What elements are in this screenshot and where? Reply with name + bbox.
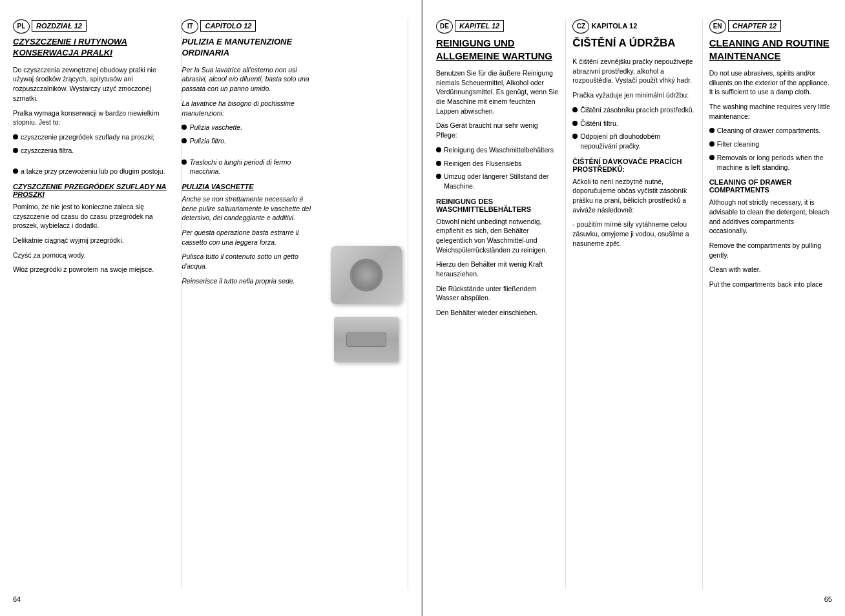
subsection-body-it-0: Anche se non strettamente necessario é b…: [182, 194, 318, 223]
lang-de: DE: [436, 19, 453, 34]
column-en: EN CHAPTER 12 CLEANING AND ROUTINE MAINT…: [703, 19, 832, 589]
subsection-body-pl-2: Czyść za pomocą wody.: [13, 251, 174, 260]
bullet-dot: [13, 148, 18, 153]
bullet-dot: [182, 138, 187, 143]
body-pl-1: Pralka wymaga konserwacji w bardzo niewi…: [13, 108, 174, 127]
chapter-de: KAPITEL 12: [455, 20, 504, 32]
chapter-pl: ROZDZIAŁ 12: [32, 20, 87, 32]
page-number-right: 65: [436, 589, 832, 603]
section-title-de: REINIGUNG UND ALLGEMEINE WARTUNG: [436, 37, 559, 62]
section-title-it: PULIZIA E MANUTENZIONE ORDINARIA: [182, 37, 318, 59]
subsection-body-it-3: Reinserisce il tutto nella propria sede.: [182, 276, 318, 286]
body-de-1: Das Gerät braucht nur sehr wenig Pflege:: [436, 121, 559, 139]
section-title-cz: ČIŠTĚNÍ A ÚDRŽBA: [572, 36, 695, 50]
subsection-body-de-3: Den Behälter wieder einschieben.: [436, 308, 559, 318]
subsection-body-en-0: Although not strictly necessary, it is a…: [709, 198, 832, 236]
lang-cz: CZ: [572, 19, 589, 34]
lang-it: IT: [182, 19, 198, 34]
column-de: DE KAPITEL 12 REINIGUNG UND ALLGEMEINE W…: [436, 19, 566, 589]
bullet-de-2: Umzug oder längerer Stillstand der Masch…: [436, 172, 559, 190]
bullet-dot: [572, 121, 578, 126]
subsection-en: CLEANING OF DRAWER COMPARTMENTS: [709, 178, 832, 194]
subsection-body-de-2: Die Rückstände unter fließendem Wasser a…: [436, 284, 559, 303]
subsection-body-de-1: Hierzu den Behälter mit wenig Kraft hera…: [436, 260, 559, 278]
bullet-cz-1: Čištění filtru.: [572, 119, 695, 128]
section-title-en: CLEANING AND ROUTINE MAINTENANCE: [709, 37, 832, 62]
bullet-it-2: Traslochi o lunghi periodi di fermo macc…: [182, 158, 318, 176]
subsection-body-cz-0: Ačkoli to není nezbytně nutné, doporučuj…: [572, 177, 695, 215]
section-title-pl: CZYSZCZENIE I RUTYNOWA KONSERWACJA PRALK…: [13, 37, 174, 59]
body-de-0: Benutzen Sie für die äußere Reinigung ni…: [436, 68, 559, 116]
bullet-dot: [709, 155, 715, 160]
bullet-dot: [13, 169, 18, 174]
images-column: [324, 19, 408, 589]
bullet-cz-2: Odpojení při dlouhodobém nepoužívání pra…: [572, 132, 695, 150]
subsection-de: REINIGUNG DES WASCHMITTELBEHÄLTERS: [436, 198, 559, 213]
page-number-left: 64: [13, 589, 408, 603]
chapter-en: CHAPTER 12: [728, 20, 781, 32]
washing-machine-image: [331, 246, 402, 304]
body-en-1: The washing machine requires very little…: [709, 102, 832, 121]
bullet-pl-0: czyszczenie przegródek szuflady na prosz…: [13, 132, 174, 142]
chapter-it: CAPITOLO 12: [200, 20, 256, 32]
bullet-en-2: Removals or long periods when the machin…: [709, 153, 832, 172]
bullet-en-0: Cleaning of drawer compartments.: [709, 126, 832, 136]
subsection-body-it-1: Per questa operazione basta estrarre il …: [182, 228, 318, 247]
column-pl: PL ROZDZIAŁ 12 CZYSZCZENIE I RUTYNOWA KO…: [13, 19, 182, 589]
bullet-pl-1: czyszczenia filtra.: [13, 146, 174, 156]
chapter-cz: KAPITOLA 12: [591, 21, 637, 31]
bullet-de-1: Reinigen des Flusensiebs: [436, 159, 559, 169]
subsection-body-en-3: Put the compartments back into place: [709, 280, 832, 289]
body-cz-0: K čištění zevnějšku pračky nepoužívejte …: [572, 57, 695, 85]
subsection-body-pl-0: Pomimo, że nie jest to konieczne zaleca …: [13, 202, 174, 231]
bullet-dot: [436, 161, 441, 166]
column-cz: CZ KAPITOLA 12 ČIŠTĚNÍ A ÚDRŽBA K čištěn…: [566, 19, 702, 589]
column-it: IT CAPITOLO 12 PULIZIA E MANUTENZIONE OR…: [182, 19, 324, 589]
right-page: DE KAPITEL 12 REINIGUNG UND ALLGEMEINE W…: [423, 0, 845, 616]
subsection-body-cz-1: - použitím mírné síly vytáhneme celou zá…: [572, 220, 695, 248]
bullet-dot: [182, 125, 187, 130]
bullet-en-1: Filter cleaning: [709, 139, 832, 149]
subsection-pl: CZYSZCZENIE PRZEGRÓDEK SZUFLADY NA PROSZ…: [13, 183, 174, 198]
bullet-de-0: Reinigung des Waschmittelbehälters: [436, 145, 559, 155]
subsection-body-de-0: Obwohl nicht unbedingt notwendig, empfie…: [436, 217, 559, 255]
bullet-cz-0: Čištění zásobníku pracích prostředků.: [572, 105, 695, 115]
subsection-it: PULIZIA VASCHETTE: [182, 183, 318, 190]
bullet-it-0: Pulizia vaschette.: [182, 123, 318, 132]
bullet-dot: [13, 134, 18, 139]
bullet-dot: [572, 134, 578, 139]
bullet-it-1: Pulizia filtro.: [182, 136, 318, 146]
subsection-body-pl-1: Delikatnie ciągnąć wyjmij przegródki.: [13, 236, 174, 245]
bullet-pl-2: a także przy przewożeniu lub po długim p…: [13, 167, 174, 176]
bullet-dot: [436, 147, 441, 152]
subsection-body-it-2: Pulisca tutto il contenuto sotto un gett…: [182, 252, 318, 271]
body-it-0: Per la Sua lavatrice all'esterno non usi…: [182, 65, 318, 94]
body-it-1: La lavatrice ha bisogno di pochissime ma…: [182, 99, 318, 118]
subsection-cz: ČIŠTĚNÍ DÁVKOVAČE PRACÍCH PROSTŘEDKŮ:: [572, 158, 695, 173]
body-pl-0: Do czyszczenia zewnętrznej obudowy pralk…: [13, 65, 174, 103]
subsection-body-en-2: Clean with water.: [709, 265, 832, 274]
bullet-dot: [182, 159, 187, 165]
body-cz-1: Pračka vyžaduje jen minimální údržbu:: [572, 90, 695, 100]
subsection-body-pl-3: Włóż przegródki z powrotem na swoje miej…: [13, 265, 174, 274]
subsection-body-en-1: Remove the compartments by pulling gentl…: [709, 241, 832, 260]
lang-pl: PL: [13, 19, 30, 34]
bullet-dot: [436, 174, 441, 179]
bullet-dot: [572, 107, 578, 112]
bullet-dot: [709, 141, 715, 147]
left-page: PL ROZDZIAŁ 12 CZYSZCZENIE I RUTYNOWA KO…: [0, 0, 422, 616]
body-en-0: Do not use abrasives, spirits and/or dil…: [709, 68, 832, 97]
drawer-pull-image: [334, 317, 399, 362]
bullet-dot: [709, 128, 715, 133]
lang-en: EN: [709, 19, 726, 34]
